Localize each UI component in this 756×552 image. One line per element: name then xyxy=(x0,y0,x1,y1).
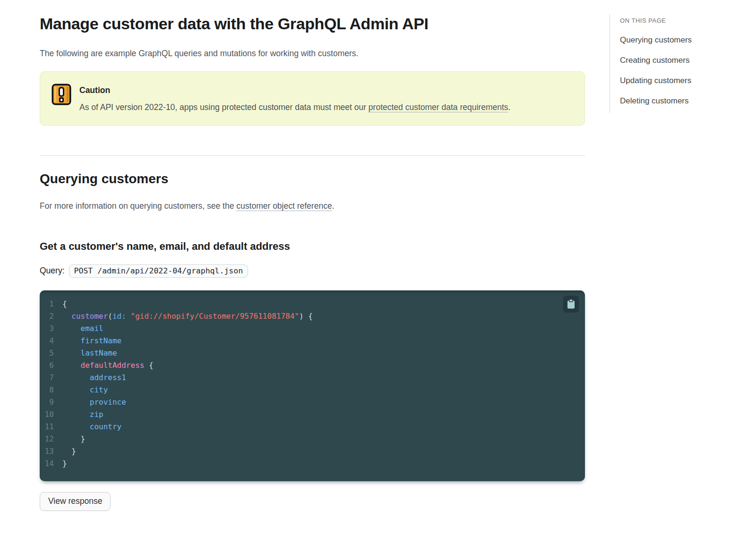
code-lines: 1{2 customer(id: "gid://shopify/Customer… xyxy=(40,298,585,470)
query-label: Query: xyxy=(40,266,65,276)
caution-body: Caution As of API version 2022-10, apps … xyxy=(79,83,510,114)
line-number: 9 xyxy=(40,396,62,408)
code-line: 5 lastName xyxy=(40,347,585,359)
caution-text-before: As of API version 2022-10, apps using pr… xyxy=(79,102,369,112)
line-number: 4 xyxy=(40,335,62,347)
querying-customers-paragraph: For more information on querying custome… xyxy=(40,200,585,212)
code-text: } xyxy=(62,445,76,458)
line-number: 14 xyxy=(40,458,62,470)
code-line: 12 } xyxy=(40,433,585,445)
clipboard-icon xyxy=(567,299,575,309)
code-text: country xyxy=(62,421,121,433)
code-line: 14} xyxy=(40,458,585,470)
caution-text: As of API version 2022-10, apps using pr… xyxy=(79,100,510,114)
page-title: Manage customer data with the GraphQL Ad… xyxy=(40,14,585,34)
main-content: Manage customer data with the GraphQL Ad… xyxy=(40,0,585,511)
example-heading: Get a customer's name, email, and defaul… xyxy=(40,240,585,253)
copy-code-button[interactable] xyxy=(563,296,579,313)
query-line: Query: POST /admin/api/2022-04/graphql.j… xyxy=(40,264,585,278)
code-text: province xyxy=(62,396,126,408)
caution-callout: Caution As of API version 2022-10, apps … xyxy=(40,71,585,126)
para-text-before: For more information on querying custome… xyxy=(40,201,236,211)
code-text: } xyxy=(62,458,67,470)
caution-title: Caution xyxy=(79,85,510,95)
code-line: 13 } xyxy=(40,445,585,458)
code-text: zip xyxy=(62,408,103,421)
code-line: 10 zip xyxy=(40,408,585,421)
code-line: 6 defaultAddress { xyxy=(40,359,585,372)
code-text: firstName xyxy=(62,335,121,347)
line-number: 13 xyxy=(40,445,62,458)
code-text: { xyxy=(62,298,67,310)
line-number: 7 xyxy=(40,372,62,384)
toc-title: ON THIS PAGE xyxy=(620,17,732,24)
code-line: 1{ xyxy=(40,298,585,310)
line-number: 2 xyxy=(40,310,62,323)
code-line: 7 address1 xyxy=(40,372,585,384)
toc-item-deleting-customers[interactable]: Deleting customers xyxy=(620,96,732,106)
page-layout: Manage customer data with the GraphQL Ad… xyxy=(0,0,756,511)
line-number: 10 xyxy=(40,408,62,421)
protected-customer-data-link[interactable]: protected customer data requirements xyxy=(369,102,508,112)
caution-text-after: . xyxy=(508,102,511,112)
toc-item-updating-customers[interactable]: Updating customers xyxy=(620,76,732,86)
toc-item-querying-customers[interactable]: Querying customers xyxy=(620,35,732,45)
toc-items: Querying customersCreating customersUpda… xyxy=(620,35,732,106)
line-number: 1 xyxy=(40,298,62,310)
code-line: 2 customer(id: "gid://shopify/Customer/9… xyxy=(40,310,585,323)
customer-object-reference-link[interactable]: customer object reference xyxy=(236,201,332,211)
code-line: 11 country xyxy=(40,421,585,433)
code-line: 9 province xyxy=(40,396,585,408)
code-text: email xyxy=(62,323,103,335)
view-response-button[interactable]: View response xyxy=(40,492,111,511)
pixel-exclamation-icon xyxy=(52,83,71,114)
code-text: address1 xyxy=(62,372,126,384)
code-line: 8 city xyxy=(40,384,585,396)
toc-item-creating-customers[interactable]: Creating customers xyxy=(620,55,732,66)
code-text: defaultAddress { xyxy=(62,359,154,372)
code-text: customer(id: "gid://shopify/Customer/957… xyxy=(62,310,313,323)
code-line: 3 email xyxy=(40,323,585,335)
code-text: } xyxy=(62,433,85,445)
section-divider xyxy=(40,155,585,156)
on-this-page-nav: ON THIS PAGE Querying customersCreating … xyxy=(610,14,732,113)
line-number: 8 xyxy=(40,384,62,396)
endpoint-pill: POST /admin/api/2022-04/graphql.json xyxy=(69,264,249,278)
para-text-after: . xyxy=(332,201,335,211)
code-text: lastName xyxy=(62,347,117,359)
code-line: 4 firstName xyxy=(40,335,585,347)
line-number: 3 xyxy=(40,323,62,335)
querying-customers-heading: Querying customers xyxy=(40,171,585,187)
intro-paragraph: The following are example GraphQL querie… xyxy=(40,47,585,59)
line-number: 11 xyxy=(40,421,62,433)
code-text: city xyxy=(62,384,108,396)
line-number: 12 xyxy=(40,433,62,445)
line-number: 6 xyxy=(40,359,62,372)
graphql-code-block: 1{2 customer(id: "gid://shopify/Customer… xyxy=(40,290,585,481)
line-number: 5 xyxy=(40,347,62,359)
